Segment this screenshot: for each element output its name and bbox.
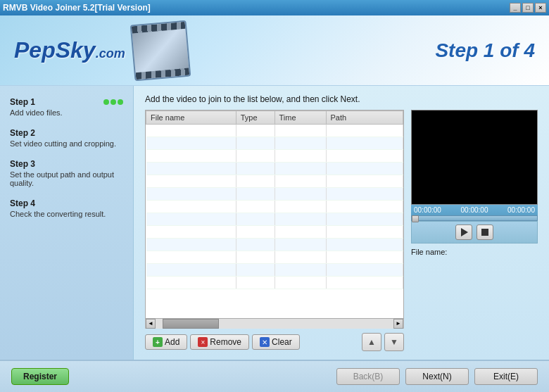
body-area: Step 1 Add video files. Step 2 Set video… [0, 86, 549, 360]
add-icon: + [153, 337, 163, 347]
action-buttons: + Add × Remove ✕ Clear ▲ [145, 333, 404, 351]
col-type: Type [236, 111, 274, 125]
sidebar-step-4: Step 4 Check the converting result. [10, 198, 123, 218]
add-button[interactable]: + Add [145, 334, 187, 350]
step-1-dots [103, 99, 123, 105]
film-strip-icon [130, 20, 191, 81]
file-table: File name Type Time Path [146, 110, 403, 289]
playback-controls [411, 221, 538, 244]
file-table-body [146, 125, 403, 289]
table-row [146, 226, 403, 239]
table-row [146, 277, 403, 289]
sidebar: Step 1 Add video files. Step 2 Set video… [0, 86, 134, 360]
sidebar-step-4-desc: Check the converting result. [10, 210, 123, 218]
sidebar-step-1: Step 1 Add video files. [10, 97, 123, 117]
sidebar-step-3-title: Step 3 [10, 159, 35, 169]
move-up-button[interactable]: ▲ [362, 333, 381, 351]
clear-icon: ✕ [260, 337, 270, 347]
table-row [146, 213, 403, 226]
maximize-button[interactable]: □ [522, 3, 534, 13]
col-filename: File name [146, 111, 236, 125]
clear-button[interactable]: ✕ Clear [252, 334, 300, 350]
title-bar-buttons: _ □ × [510, 3, 546, 13]
down-arrow-icon: ▼ [390, 337, 398, 347]
register-button[interactable]: Register [11, 368, 69, 385]
logo-text: PepSky.com [14, 37, 125, 63]
preview-panel: 00:00:00 00:00:00 00:00:00 [411, 110, 538, 351]
filename-label: File name: [411, 248, 538, 256]
step-title: Step 1 of 4 [435, 39, 535, 62]
content-area: Add the video to join to the list below,… [134, 86, 549, 360]
dot-green-3 [118, 99, 123, 105]
table-row [146, 264, 403, 277]
table-row [146, 150, 403, 163]
scroll-left-button[interactable]: ◄ [146, 319, 156, 329]
exit-button[interactable]: Exit(E) [474, 368, 538, 385]
col-time: Time [274, 111, 326, 125]
window-title: RMVB Video Joiner 5.2[Trial Version] [3, 3, 151, 13]
table-row [146, 125, 403, 137]
sidebar-step-1-title: Step 1 [10, 97, 35, 107]
dot-green-1 [103, 99, 109, 105]
time-total: 00:00:00 [461, 206, 488, 214]
back-button[interactable]: Back(B) [336, 368, 400, 385]
seek-thumb[interactable] [412, 215, 419, 222]
main-panel: File name Type Time Path [145, 110, 538, 351]
col-path: Path [326, 111, 403, 125]
sidebar-step-3-desc: Set the output path and output quality. [10, 170, 123, 187]
file-table-container: File name Type Time Path [145, 110, 404, 319]
video-preview [411, 110, 538, 205]
sidebar-step-2: Step 2 Set video cutting and cropping. [10, 128, 123, 148]
time-bar: 00:00:00 00:00:00 00:00:00 [411, 205, 538, 215]
main-container: PepSky.com Step 1 of 4 Step 1 Add video … [0, 15, 549, 392]
stop-button[interactable] [477, 225, 493, 240]
close-button[interactable]: × [535, 3, 546, 13]
play-button[interactable] [455, 225, 472, 240]
time-remaining: 00:00:00 [507, 206, 535, 214]
sidebar-step-3: Step 3 Set the output path and output qu… [10, 159, 123, 187]
table-row [146, 175, 403, 188]
scrollbar-thumb[interactable] [163, 319, 219, 329]
time-current: 00:00:00 [414, 206, 441, 214]
bottom-nav: Register Back(B) Next(N) Exit(E) [0, 360, 549, 392]
sidebar-step-2-title: Step 2 [10, 128, 35, 138]
table-row [146, 239, 403, 251]
horizontal-scrollbar[interactable]: ◄ ► [145, 319, 404, 329]
remove-button[interactable]: × Remove [190, 334, 249, 350]
sidebar-step-2-desc: Set video cutting and cropping. [10, 139, 123, 148]
stop-icon [481, 229, 488, 236]
next-button[interactable]: Next(N) [405, 368, 469, 385]
nav-buttons: Back(B) Next(N) Exit(E) [336, 368, 538, 385]
file-list-area: File name Type Time Path [145, 110, 404, 351]
logo-area: PepSky.com [14, 23, 189, 79]
table-row [146, 137, 403, 150]
table-row [146, 188, 403, 201]
seek-bar[interactable] [411, 215, 538, 221]
table-row [146, 201, 403, 213]
table-row [146, 251, 403, 264]
minimize-button[interactable]: _ [510, 3, 521, 13]
sidebar-step-1-desc: Add video files. [10, 108, 123, 117]
title-bar: RMVB Video Joiner 5.2[Trial Version] _ □… [0, 0, 549, 15]
move-down-button[interactable]: ▼ [384, 333, 404, 351]
remove-icon: × [198, 337, 208, 347]
play-icon [461, 228, 468, 236]
header: PepSky.com Step 1 of 4 [0, 15, 549, 86]
sidebar-step-4-title: Step 4 [10, 198, 35, 208]
instruction-text: Add the video to join to the list below,… [145, 94, 538, 104]
dot-green-2 [111, 99, 116, 105]
table-row [146, 163, 403, 175]
scroll-right-button[interactable]: ► [393, 319, 403, 329]
up-arrow-icon: ▲ [367, 337, 376, 347]
scrollbar-track[interactable] [156, 319, 393, 329]
